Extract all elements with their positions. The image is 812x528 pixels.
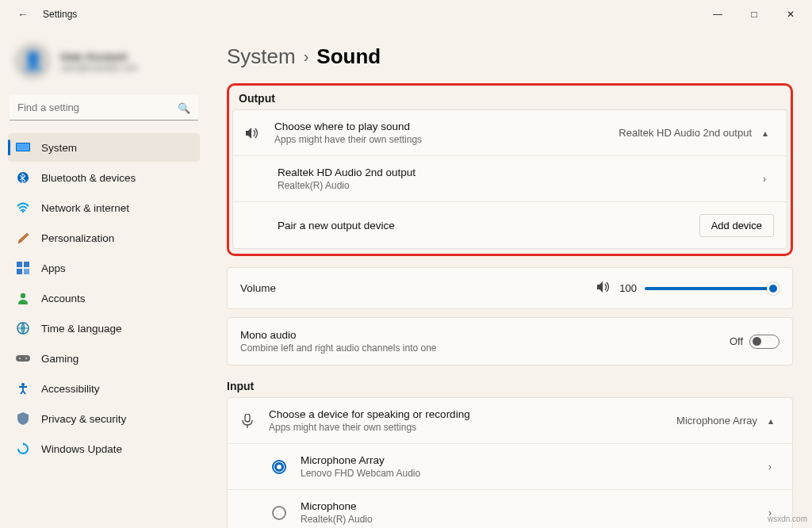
close-button[interactable]: ✕ [772, 2, 809, 26]
breadcrumb: System › Sound [227, 44, 793, 69]
sidebar: 👤 User Account user@example.com 🔍 System… [0, 29, 208, 528]
nav-item-apps[interactable]: Apps [8, 254, 200, 282]
input-device-row[interactable]: Microphone Realtek(R) Audio › [228, 490, 792, 528]
search-field[interactable]: 🔍 [10, 95, 198, 121]
window-title: Settings [43, 9, 77, 20]
nav-item-system[interactable]: System [8, 133, 200, 162]
nav-list: System Bluetooth & devices Network & int… [8, 133, 200, 463]
profile-email: user@example.com [60, 63, 138, 72]
nav-item-time-language[interactable]: Time & language [8, 314, 200, 342]
brush-icon [16, 231, 30, 245]
input-selected-value: Microphone Array [676, 415, 757, 427]
chevron-up-icon: ▴ [768, 415, 779, 427]
svg-rect-7 [24, 269, 29, 274]
titlebar: ← Settings — □ ✕ [0, 0, 812, 29]
microphone-icon [240, 414, 255, 428]
radio-unselected[interactable] [272, 506, 286, 520]
search-icon: 🔍 [178, 102, 190, 114]
chevron-right-icon: › [768, 461, 779, 473]
globe-icon [16, 321, 30, 335]
choose-output-row[interactable]: Choose where to play sound Apps might ha… [233, 110, 787, 156]
chevron-right-icon: › [304, 48, 309, 66]
svg-rect-1 [17, 143, 29, 151]
pair-output-row: Pair a new output device Add device [233, 202, 787, 248]
person-icon [16, 291, 30, 305]
back-button[interactable]: ← [14, 5, 32, 24]
nav-item-windows-update[interactable]: Windows Update [8, 434, 200, 463]
profile-name: User Account [60, 51, 138, 63]
input-heading: Input [227, 380, 793, 392]
row-subtitle: Apps might have their own settings [269, 422, 676, 433]
volume-label: Volume [240, 282, 276, 294]
nav-item-privacy[interactable]: Privacy & security [8, 404, 200, 433]
svg-rect-14 [245, 414, 250, 422]
chevron-up-icon: ▴ [763, 128, 774, 139]
gaming-icon [16, 351, 30, 365]
nav-label: Time & language [41, 323, 122, 335]
row-subtitle: Realtek(R) Audio [301, 514, 768, 525]
output-group: Choose where to play sound Apps might ha… [232, 109, 787, 249]
svg-point-11 [19, 358, 21, 359]
system-icon [16, 140, 30, 155]
minimize-button[interactable]: — [699, 2, 736, 26]
choose-input-row[interactable]: Choose a device for speaking or recordin… [228, 398, 792, 444]
breadcrumb-parent[interactable]: System [227, 44, 296, 69]
svg-point-8 [21, 293, 25, 298]
row-subtitle: Lenovo FHD Webcam Audio [301, 468, 768, 479]
svg-point-13 [21, 383, 25, 386]
volume-value: 100 [619, 282, 637, 294]
output-selected-value: Realtek HD Audio 2nd output [619, 127, 752, 139]
row-title: Microphone Array [301, 454, 768, 466]
nav-item-accounts[interactable]: Accounts [8, 284, 200, 312]
nav-label: Apps [41, 262, 66, 274]
nav-item-network[interactable]: Network & internet [8, 193, 200, 222]
row-title: Mono audio [240, 329, 730, 341]
nav-label: Privacy & security [41, 413, 126, 425]
accessibility-icon [16, 381, 30, 396]
svg-point-3 [22, 211, 24, 212]
maximize-button[interactable]: □ [736, 2, 772, 26]
bluetooth-icon [16, 170, 30, 185]
nav-item-gaming[interactable]: Gaming [8, 344, 200, 373]
row-subtitle: Realtek(R) Audio [278, 180, 763, 191]
svg-rect-4 [17, 262, 22, 267]
volume-card: Volume 100 [227, 267, 793, 309]
row-title: Microphone [301, 500, 768, 512]
add-output-device-button[interactable]: Add device [699, 214, 774, 237]
volume-slider[interactable] [645, 287, 779, 290]
page-title: Sound [316, 44, 381, 69]
wifi-icon [16, 201, 30, 215]
input-group: Choose a device for speaking or recordin… [227, 397, 793, 528]
nav-label: Accessibility [41, 383, 100, 395]
nav-item-bluetooth[interactable]: Bluetooth & devices [8, 163, 200, 192]
radio-selected[interactable] [272, 460, 286, 474]
svg-rect-5 [24, 262, 29, 267]
row-title: Choose where to play sound [274, 121, 619, 132]
avatar: 👤 [14, 43, 51, 79]
output-device-row[interactable]: Realtek HD Audio 2nd output Realtek(R) A… [233, 156, 787, 202]
output-section-highlight: Output Choose where to play sound Apps m… [227, 83, 793, 256]
search-input[interactable] [10, 95, 198, 121]
mono-audio-card[interactable]: Mono audio Combine left and right audio … [227, 317, 793, 365]
main-content: System › Sound Output Choose where to pl… [208, 29, 812, 528]
nav-label: Gaming [41, 353, 79, 365]
speaker-icon[interactable] [597, 281, 611, 296]
nav-item-personalization[interactable]: Personalization [8, 224, 200, 252]
nav-label: System [41, 142, 77, 154]
window-controls: — □ ✕ [699, 2, 809, 26]
profile-card[interactable]: 👤 User Account user@example.com [8, 36, 200, 90]
apps-icon [16, 261, 30, 275]
nav-item-accessibility[interactable]: Accessibility [8, 374, 200, 403]
shield-icon [16, 411, 30, 426]
chevron-right-icon: › [763, 174, 774, 185]
row-subtitle: Apps might have their own settings [274, 134, 619, 145]
input-device-row[interactable]: Microphone Array Lenovo FHD Webcam Audio… [228, 444, 792, 490]
svg-rect-10 [16, 355, 30, 362]
svg-point-12 [25, 358, 27, 359]
mono-audio-toggle[interactable] [749, 335, 779, 349]
row-subtitle: Combine left and right audio channels in… [240, 342, 730, 354]
row-title: Pair a new output device [278, 220, 699, 231]
output-heading: Output [232, 89, 787, 106]
volume-row: Volume 100 [228, 268, 792, 308]
svg-rect-6 [17, 269, 22, 274]
